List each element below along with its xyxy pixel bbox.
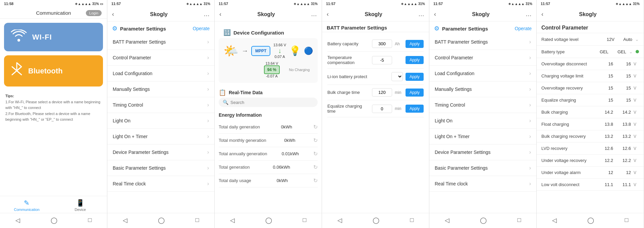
recents-btn-3[interactable]: □ — [296, 215, 313, 225]
back-btn-5[interactable]: ◁ — [438, 215, 456, 225]
panel-device-config: 11:57 ∗ ▴ ▲▲▲ 31% ‹ Skogly … 🔢 Device Co… — [215, 0, 322, 228]
batt-input-0[interactable] — [372, 40, 392, 48]
dropdown-icon-1[interactable]: ⌄ — [629, 49, 633, 54]
recents-btn-6[interactable]: □ — [618, 215, 635, 225]
search-input[interactable] — [230, 100, 314, 105]
menu5-item-load[interactable]: Load Configuration › — [429, 66, 536, 81]
dropdown-icon-0[interactable]: ⌄ — [635, 37, 639, 42]
bluetooth-card[interactable]: Bluetooth — [4, 55, 103, 87]
back-btn-p3[interactable]: ‹ — [219, 11, 221, 18]
menu5-item-control[interactable]: Control Parameter › — [429, 50, 536, 66]
batt-unit-0: Ah — [395, 42, 403, 46]
home-btn-2[interactable]: ◯ — [151, 215, 171, 225]
nav-communication-label: Communication — [14, 208, 40, 212]
panel2-title: Skogly — [150, 11, 167, 17]
chevron5-basic: › — [529, 165, 531, 171]
home-btn-3[interactable]: ◯ — [259, 215, 279, 225]
recents-btn-5[interactable]: □ — [511, 215, 528, 225]
back-btn-4[interactable]: ◁ — [331, 215, 349, 225]
control-row-8: Bulk charging recovery 13.2 13.2 V — [537, 130, 644, 142]
back-btn-1[interactable]: ◁ — [9, 215, 27, 225]
operate-btn-p2[interactable]: Operate — [193, 26, 210, 31]
menu5-item-batt[interactable]: BATT Parameter Settings › — [429, 34, 536, 50]
more-btn-p3[interactable]: … — [311, 11, 317, 18]
nav-device[interactable]: 📱 Device — [54, 199, 107, 212]
li-ion-select[interactable] — [391, 72, 403, 81]
menu-text-control: Control Parameter — [113, 55, 151, 60]
recents-btn-2[interactable]: □ — [189, 215, 206, 225]
bluetooth-icon — [11, 62, 23, 80]
menu5-item-basic[interactable]: Basic Parameter Settings › — [429, 160, 536, 176]
back-btn-p2[interactable]: ‹ — [112, 11, 114, 18]
time-4: 11:57 — [326, 2, 335, 6]
batt-voltage-display: 13.64 V — [264, 61, 280, 65]
menu5-text-device-param: Device Parameter Settings — [435, 150, 491, 155]
tips-title: Tips: — [5, 93, 102, 99]
menu5-item-manually[interactable]: Manually Settings › — [429, 81, 536, 97]
menu-item-lighton[interactable]: Light On › — [107, 113, 214, 129]
recents-btn-4[interactable]: □ — [403, 215, 420, 225]
home-btn-1[interactable]: ◯ — [44, 215, 64, 225]
more-btn-p2[interactable]: … — [204, 11, 210, 18]
menu-text-batt: BATT Parameter Settings — [113, 39, 166, 45]
menu5-item-lighton-timer[interactable]: Light On + Timer › — [429, 129, 536, 145]
batt-input-3[interactable] — [372, 88, 392, 97]
refresh-icon-2[interactable]: ↻ — [313, 151, 318, 157]
menu-item-manually[interactable]: Manually Settings › — [107, 81, 214, 97]
home-btn-4[interactable]: ◯ — [366, 215, 386, 225]
back-btn-p5[interactable]: ‹ — [434, 11, 436, 18]
refresh-icon-1[interactable]: ↻ — [313, 137, 318, 144]
menu-item-basic[interactable]: Basic Parameter Settings › — [107, 160, 214, 176]
energy-label-1: Total monthly generation — [219, 138, 266, 143]
green-dot-1 — [636, 50, 639, 53]
recents-btn-1[interactable]: □ — [81, 215, 98, 225]
menu5-item-rtclock[interactable]: Real Time clock › — [429, 176, 536, 192]
ctrl-unit-11: V — [634, 170, 639, 175]
menu-item-rtclock[interactable]: Real Time clock › — [107, 176, 214, 192]
apply-btn-2[interactable]: Apply — [406, 73, 424, 81]
ctrl-unit-6: V — [634, 110, 639, 115]
operate-btn-p5[interactable]: Operate — [515, 26, 532, 31]
back-btn-6[interactable]: ◁ — [545, 215, 564, 225]
back-btn-p4[interactable]: ‹ — [327, 11, 329, 18]
wifi-card[interactable]: WI-FI — [4, 23, 103, 51]
menu-item-timing[interactable]: Timing Control › — [107, 97, 214, 113]
status-bar-1: 11:58 ∗ ▴ ▲▲▲ 31% ▭ — [0, 0, 107, 7]
panel3-header: ‹ Skogly … — [215, 7, 322, 21]
apply-btn-1[interactable]: Apply — [406, 56, 424, 64]
menu-text-manually: Manually Settings — [113, 87, 150, 92]
menu5-text-load: Load Configuration — [435, 71, 474, 76]
apply-btn-3[interactable]: Apply — [406, 89, 424, 97]
back-btn-3[interactable]: ◁ — [223, 215, 241, 225]
apply-btn-0[interactable]: Apply — [406, 40, 424, 48]
menu-item-device-param[interactable]: Device Parameter Settings › — [107, 145, 214, 160]
menu5-item-lighton[interactable]: Light On › — [429, 113, 536, 129]
back-btn-2[interactable]: ◁ — [116, 215, 134, 225]
refresh-icon-0[interactable]: ↻ — [313, 124, 318, 130]
nav-communication[interactable]: ✎ Communication — [0, 199, 54, 212]
menu-item-batt[interactable]: BATT Parameter Settings › — [107, 34, 214, 50]
home-btn-5[interactable]: ◯ — [473, 215, 493, 225]
ctrl-unit-12: V — [634, 182, 639, 187]
refresh-icon-3[interactable]: ↻ — [313, 164, 318, 170]
search-box[interactable]: 🔍 — [219, 98, 318, 107]
apply-btn-4[interactable]: Apply — [406, 105, 424, 113]
batt-input-1[interactable] — [372, 56, 392, 64]
menu5-item-timing[interactable]: Timing Control › — [429, 97, 536, 113]
batt-input-4[interactable] — [372, 105, 392, 113]
more-btn-p4[interactable]: … — [418, 11, 424, 18]
login-button[interactable]: Login — [86, 10, 102, 16]
menu-item-load[interactable]: Load Configuration › — [107, 66, 214, 81]
settings-icon-p5: ⚙ — [434, 25, 439, 32]
menu5-item-device-param[interactable]: Device Parameter Settings › — [429, 145, 536, 160]
menu-item-control[interactable]: Control Parameter › — [107, 50, 214, 66]
menu-text-load: Load Configuration — [113, 71, 152, 76]
home-btn-6[interactable]: ◯ — [581, 215, 601, 225]
refresh-icon-4[interactable]: ↻ — [313, 177, 318, 184]
back-btn-p6[interactable]: ‹ — [541, 11, 543, 18]
tips-section: Tips: 1.For Wi-Fi, Please select a devic… — [0, 91, 107, 125]
android-nav-5: ◁ ◯ □ — [429, 213, 536, 228]
more-btn-p5[interactable]: … — [526, 11, 532, 18]
menu-item-lighton-timer[interactable]: Light On + Timer › — [107, 129, 214, 145]
ctrl-label-9: LVD recovery — [541, 146, 595, 151]
